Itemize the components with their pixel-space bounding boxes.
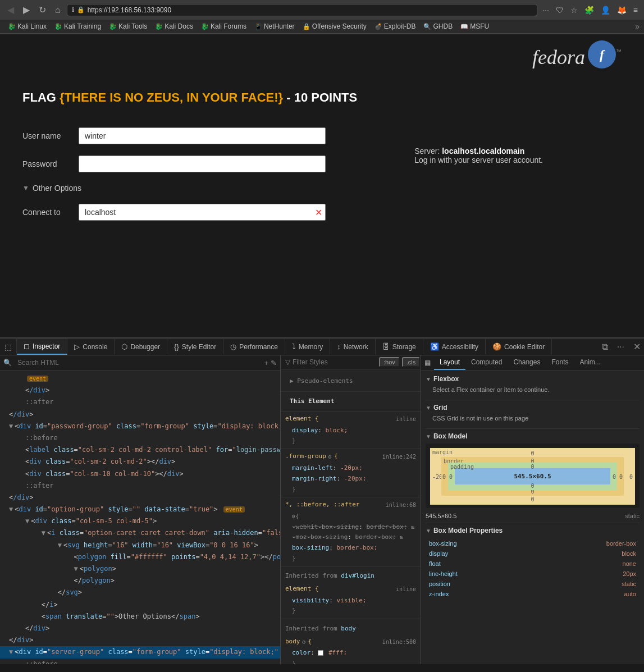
- pick-element-button[interactable]: ✎: [271, 359, 277, 367]
- inherited-element-selector: element { inline: [285, 584, 416, 595]
- refresh-button[interactable]: ↻: [36, 3, 49, 16]
- style-rule-moz-box: -moz-box-sizing: border-box; ⊵: [285, 532, 416, 543]
- bookmark-kali-linux-label: Kali Linux: [17, 22, 47, 30]
- tab-cookie-editor[interactable]: 🍪 Cookie Editor: [486, 339, 552, 354]
- margin-right-val: 0: [629, 473, 633, 479]
- pseudo-elements-section: ▶ Pseudo-elements: [281, 372, 421, 392]
- grid-header[interactable]: ▼ Grid: [426, 404, 640, 412]
- element-inline-section: element { inline display: block; }: [281, 412, 421, 449]
- box-model-arrow: ▼: [426, 433, 431, 440]
- more-button[interactable]: ···: [541, 4, 551, 16]
- padding-right-val: 0: [613, 473, 616, 479]
- kali-forums-icon: 🐉: [201, 23, 209, 30]
- address-bar[interactable]: ℹ 🔒 https://192.168.56.133:9090: [67, 4, 537, 16]
- box-model-header[interactable]: ▼ Box Model: [426, 432, 640, 440]
- tab-computed[interactable]: Computed: [465, 355, 508, 370]
- shield-button[interactable]: 🛡: [554, 4, 565, 16]
- bookmark-kali-linux[interactable]: 🐉 Kali Linux: [4, 21, 50, 31]
- box-model-props-header[interactable]: ▼ Box Model Properties: [426, 527, 640, 534]
- home-button[interactable]: ⌂: [52, 4, 63, 16]
- devtools-close-button[interactable]: ✕: [630, 340, 644, 354]
- prop-row: position static: [427, 579, 638, 588]
- lock-icon: 🔒: [77, 6, 85, 13]
- tab-network[interactable]: ↕ Network: [330, 339, 376, 354]
- bookmark-kali-docs[interactable]: 🐉 Kali Docs: [152, 21, 197, 31]
- tree-line: <polygon fill="#ffffff" points="4,0 4,14…: [0, 551, 280, 563]
- server-name: localhost.localdomain: [442, 147, 524, 156]
- display-colon: :: [318, 427, 325, 434]
- inherited-login-header: Inherited from div#login: [285, 569, 416, 584]
- more-bookmarks-button[interactable]: »: [635, 22, 640, 31]
- grid-msg: CSS Grid is not in use on this page: [432, 415, 528, 422]
- prop-row: float none: [427, 559, 638, 568]
- prop-name-position: position: [427, 579, 530, 588]
- clear-connect-button[interactable]: ✕: [315, 207, 322, 218]
- tab-performance[interactable]: ◷ Performance: [223, 339, 285, 354]
- flexbox-header[interactable]: ▼ Flexbox: [426, 375, 640, 383]
- styles-filter-input[interactable]: [293, 358, 377, 366]
- tab-accessibility[interactable]: ♿ Accessibility: [423, 339, 486, 354]
- console-icon: ▷: [74, 342, 80, 351]
- devtools-more-button[interactable]: ···: [614, 340, 628, 354]
- filter-icon: ▽: [285, 358, 290, 366]
- html-search-bar: 🔍 + ✎: [0, 355, 280, 371]
- firefox-menu-button[interactable]: 🦊: [615, 4, 628, 16]
- margin-layer: margin 0 0 0 -20 border 0 0 0: [430, 448, 635, 505]
- cookie-editor-label: Cookie Editor: [504, 343, 545, 351]
- bookmark-nethunter[interactable]: 📱 NetHunter: [251, 21, 298, 31]
- bookmark-button[interactable]: ☆: [569, 4, 579, 16]
- tab-layout[interactable]: Layout: [434, 355, 465, 370]
- bookmark-ghdb-label: GHDB: [433, 22, 453, 30]
- hov-button[interactable]: :hov: [379, 357, 400, 367]
- tree-line-selected[interactable]: ▼<div id="server-group" class="form-grou…: [0, 646, 280, 658]
- kali-training-icon: 🐉: [54, 23, 62, 30]
- pseudo-elements-toggle[interactable]: ▶ Pseudo-elements: [285, 374, 416, 389]
- prop-val-position: static: [531, 579, 638, 588]
- universal-section: *, ::before, ::after inline:68 ⚙{ -webki…: [281, 497, 421, 566]
- tab-storage[interactable]: 🗄 Storage: [376, 339, 423, 354]
- bookmark-msfu[interactable]: 📖 MSFU: [457, 21, 492, 31]
- tab-picker[interactable]: ⬚: [0, 339, 17, 355]
- profile-button[interactable]: 👤: [599, 4, 612, 16]
- tab-memory[interactable]: ⤵ Memory: [285, 339, 330, 354]
- prop-row: box-sizing border-box: [427, 539, 638, 548]
- tree-line: </div>: [0, 492, 280, 504]
- styles-panel: ▽ :hov .cls ▶ Pseudo-elements This Eleme…: [281, 355, 421, 664]
- devtools-tab-right: ⧉ ··· ✕: [599, 340, 644, 354]
- forward-button[interactable]: ▶: [20, 3, 33, 16]
- tab-style-editor[interactable]: {} Style Editor: [167, 339, 223, 354]
- devtools-body: 🔍 + ✎ event </div> ::after: [0, 355, 644, 664]
- bookmark-kali-training[interactable]: 🐉 Kali Training: [51, 21, 104, 31]
- html-search-input[interactable]: [14, 357, 262, 368]
- accessibility-label: Accessibility: [442, 343, 478, 351]
- connect-input[interactable]: [79, 204, 326, 221]
- tab-console[interactable]: ▷ Console: [67, 339, 115, 354]
- add-node-button[interactable]: +: [264, 359, 268, 367]
- bookmark-kali-forums[interactable]: 🐉 Kali Forums: [198, 21, 250, 31]
- browser-menu-button[interactable]: ≡: [632, 4, 640, 16]
- tab-animations[interactable]: Anim...: [574, 355, 606, 370]
- tab-debugger[interactable]: ⬡ Debugger: [115, 339, 167, 354]
- border-left-val: 0: [442, 473, 446, 479]
- box-position-val: static: [625, 513, 640, 519]
- prop-row: display block: [427, 549, 638, 558]
- style-rule-margin-right: margin-right: -20px;: [285, 474, 416, 484]
- back-button[interactable]: ◀: [4, 3, 17, 16]
- username-input[interactable]: [79, 127, 326, 144]
- devtools-dock-button[interactable]: ⧉: [599, 340, 611, 354]
- flag-text: FLAG {THERE IS NO ZEUS, IN YOUR FACE!} -…: [22, 90, 622, 105]
- tab-inspector[interactable]: ◻ Inspector: [17, 339, 67, 355]
- cls-button[interactable]: .cls: [402, 357, 421, 367]
- form-group-section: .form-group ⚙ { inline:242 margin-left: …: [281, 449, 421, 497]
- extensions-button[interactable]: 🧩: [583, 4, 596, 16]
- bookmark-exploitdb[interactable]: 💣 Exploit-DB: [371, 21, 419, 31]
- padding-layer: padding 0 0 0 0 545.5×60.5: [448, 463, 617, 490]
- tab-fonts[interactable]: Fonts: [546, 355, 574, 370]
- other-options-toggle[interactable]: ▼ Other Options: [22, 184, 326, 193]
- bookmark-offensive[interactable]: 🔒 Offensive Security: [299, 21, 370, 31]
- memory-icon: ⤵: [292, 342, 296, 351]
- password-input[interactable]: [79, 156, 326, 172]
- bookmark-ghdb[interactable]: 🔍 GHDB: [420, 21, 456, 31]
- tab-changes[interactable]: Changes: [508, 355, 546, 370]
- bookmark-kali-tools[interactable]: 🐉 Kali Tools: [106, 21, 150, 31]
